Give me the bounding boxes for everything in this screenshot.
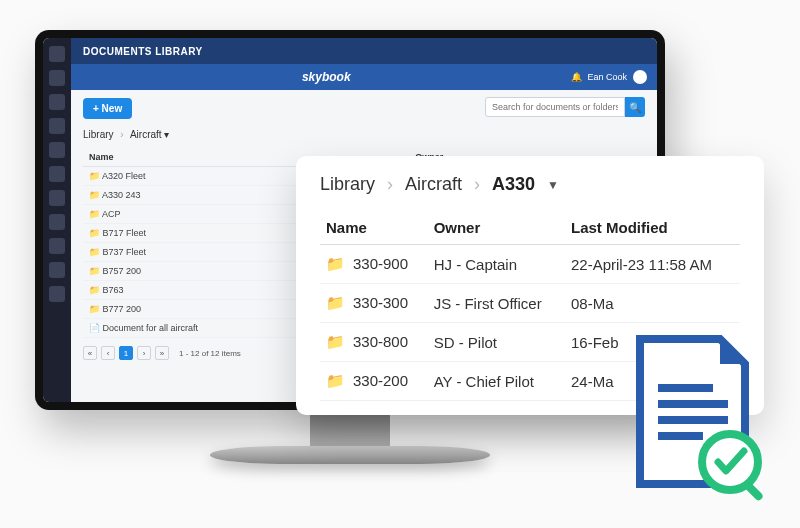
row-name: B717 Fleet xyxy=(103,228,147,238)
pager-first[interactable]: « xyxy=(83,346,97,360)
row-owner: AY - Chief Pilot xyxy=(428,362,565,401)
sidebar-icon[interactable] xyxy=(49,286,65,302)
search-input[interactable] xyxy=(485,97,625,117)
folder-icon: 📁 xyxy=(89,209,100,219)
sidebar-icon[interactable] xyxy=(49,166,65,182)
document-verified-icon xyxy=(620,334,770,504)
pager-next[interactable]: › xyxy=(137,346,151,360)
sidebar-icon[interactable] xyxy=(49,190,65,206)
folder-icon: 📁 xyxy=(89,228,100,238)
folder-icon: 📁 xyxy=(89,266,100,276)
col-name[interactable]: Name xyxy=(320,211,428,245)
brand-logo: skybook xyxy=(302,70,351,84)
row-name: 330-200 xyxy=(353,372,408,389)
row-name: ACP xyxy=(102,209,121,219)
folder-icon: 📁 xyxy=(326,372,345,389)
popout-breadcrumb: Library › Aircraft › A330 ▼ xyxy=(320,174,740,195)
sidebar-icon[interactable] xyxy=(49,70,65,86)
sidebar-icon[interactable] xyxy=(49,94,65,110)
folder-icon: 📁 xyxy=(326,294,345,311)
user-name: Ean Cook xyxy=(587,72,627,82)
chevron-right-icon: › xyxy=(474,174,480,195)
crumb-current[interactable]: A330 xyxy=(492,174,535,195)
user-chip[interactable]: 🔔 Ean Cook xyxy=(571,70,647,84)
chevron-down-icon[interactable]: ▼ xyxy=(547,178,559,192)
header-title: DOCUMENTS LIBRARY xyxy=(83,46,203,57)
row-owner: JS - First Officer xyxy=(428,284,565,323)
sidebar-icon[interactable] xyxy=(49,118,65,134)
row-modified: 22-April-23 11:58 AM xyxy=(565,245,740,284)
row-name: 330-900 xyxy=(353,255,408,272)
crumb-current[interactable]: Aircraft xyxy=(130,129,169,140)
left-sidebar[interactable] xyxy=(43,38,71,402)
svg-rect-1 xyxy=(658,400,728,408)
row-owner: SD - Pilot xyxy=(428,323,565,362)
sidebar-icon[interactable] xyxy=(49,238,65,254)
row-name: B737 Fleet xyxy=(103,247,147,257)
col-owner[interactable]: Owner xyxy=(428,211,565,245)
row-name: Document for all aircraft xyxy=(103,323,199,333)
folder-icon: 📁 xyxy=(89,190,100,200)
svg-rect-0 xyxy=(658,384,713,392)
row-modified: 08-Ma xyxy=(565,284,740,323)
row-name: 330-800 xyxy=(353,333,408,350)
search-box: 🔍 xyxy=(485,97,645,117)
row-name: B777 200 xyxy=(103,304,142,314)
sidebar-icon[interactable] xyxy=(49,142,65,158)
folder-icon: 📁 xyxy=(89,247,100,257)
row-name: A320 Fleet xyxy=(102,171,146,181)
row-name: B763 xyxy=(103,285,124,295)
table-row[interactable]: 📁330-900HJ - Captain22-April-23 11:58 AM xyxy=(320,245,740,284)
new-button[interactable]: + New xyxy=(83,98,132,119)
row-name: 330-300 xyxy=(353,294,408,311)
crumb-root[interactable]: Library xyxy=(83,129,114,140)
monitor-base xyxy=(210,446,490,464)
pager-page[interactable]: 1 xyxy=(119,346,133,360)
pager-prev[interactable]: ‹ xyxy=(101,346,115,360)
avatar[interactable] xyxy=(633,70,647,84)
app-header: DOCUMENTS LIBRARY xyxy=(71,38,657,64)
table-row[interactable]: 📁330-300JS - First Officer08-Ma xyxy=(320,284,740,323)
col-modified[interactable]: Last Modified xyxy=(565,211,740,245)
row-name: A330 243 xyxy=(102,190,141,200)
row-owner: HJ - Captain xyxy=(428,245,565,284)
breadcrumb: Library › Aircraft xyxy=(83,129,645,140)
sidebar-icon[interactable] xyxy=(49,214,65,230)
document-icon: 📄 xyxy=(89,323,100,333)
chevron-right-icon: › xyxy=(387,174,393,195)
folder-icon: 📁 xyxy=(326,255,345,272)
crumb-mid[interactable]: Aircraft xyxy=(405,174,462,195)
svg-rect-5 xyxy=(744,482,764,502)
folder-icon: 📁 xyxy=(89,285,100,295)
folder-icon: 📁 xyxy=(89,304,100,314)
sidebar-icon[interactable] xyxy=(49,46,65,62)
app-topbar: skybook 🔔 Ean Cook xyxy=(71,64,657,90)
svg-rect-3 xyxy=(658,432,703,440)
row-name: B757 200 xyxy=(103,266,142,276)
pager-summary: 1 - 12 of 12 items xyxy=(179,349,241,358)
search-button[interactable]: 🔍 xyxy=(625,97,645,117)
chevron-right-icon: › xyxy=(120,129,123,140)
pager-last[interactable]: » xyxy=(155,346,169,360)
sidebar-icon[interactable] xyxy=(49,262,65,278)
svg-rect-2 xyxy=(658,416,728,424)
folder-icon: 📁 xyxy=(89,171,100,181)
folder-icon: 📁 xyxy=(326,333,345,350)
bell-icon[interactable]: 🔔 xyxy=(571,72,581,82)
crumb-root[interactable]: Library xyxy=(320,174,375,195)
